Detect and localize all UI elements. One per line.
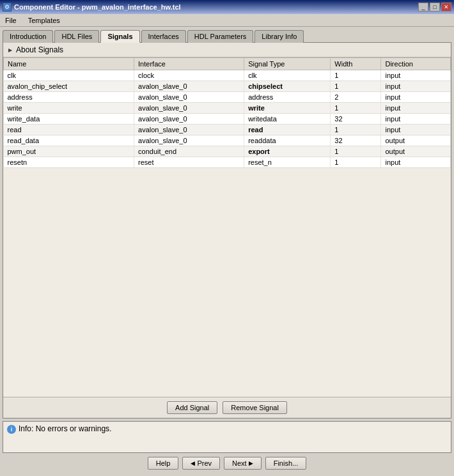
tab-hdl-files[interactable]: HDL Files — [54, 30, 99, 43]
tab-bar: Introduction HDL Files Signals Interface… — [3, 29, 451, 42]
info-bar: i Info: No errors or warnings. — [3, 421, 451, 453]
tab-library-info[interactable]: Library Info — [254, 30, 304, 43]
table-row[interactable]: avalon_chip_selectavalon_slave_0chipsele… — [4, 81, 451, 92]
about-signals-section[interactable]: ▶ About Signals — [3, 43, 451, 58]
app-icon: ⚙ — [3, 3, 12, 12]
about-signals-label: About Signals — [16, 45, 63, 54]
tab-hdl-parameters[interactable]: HDL Parameters — [187, 30, 254, 43]
tab-signals[interactable]: Signals — [100, 30, 139, 43]
main-container: Introduction HDL Files Signals Interface… — [0, 27, 454, 476]
content-panel: ▶ About Signals Name Interface Signal Ty… — [3, 42, 451, 418]
col-header-interface: Interface — [134, 58, 244, 70]
table-row[interactable]: writeavalon_slave_0write1input — [4, 103, 451, 114]
menu-bar: File Templates — [0, 14, 454, 27]
action-bar: Add Signal Remove Signal — [3, 397, 451, 418]
window-title: Component Editor - pwm_avalon_interface_… — [14, 3, 181, 11]
table-row[interactable]: clkclockclk1input — [4, 70, 451, 81]
table-row[interactable]: write_dataavalon_slave_0writedata32input — [4, 114, 451, 125]
menu-templates[interactable]: Templates — [26, 15, 63, 26]
table-row[interactable]: read_dataavalon_slave_0readdata32output — [4, 135, 451, 146]
next-button[interactable]: Next ▶ — [224, 457, 262, 470]
table-row[interactable]: readavalon_slave_0read1input — [4, 125, 451, 135]
col-header-direction: Direction — [381, 58, 451, 70]
next-arrow-icon: ▶ — [249, 460, 253, 466]
table-row[interactable]: pwm_outconduit_endexport1output — [4, 146, 451, 157]
finish-button[interactable]: Finish... — [265, 457, 307, 470]
table-row[interactable]: addressavalon_slave_0address2input — [4, 92, 451, 103]
signals-table: Name Interface Signal Type Width Directi… — [3, 58, 451, 168]
col-header-name: Name — [4, 58, 134, 70]
remove-signal-button[interactable]: Remove Signal — [223, 401, 287, 414]
nav-bar: Help ◀ Prev Next ▶ Finish... — [3, 453, 451, 473]
col-header-width: Width — [331, 58, 381, 70]
prev-label: Prev — [197, 459, 212, 467]
info-message: Info: No errors or warnings. — [19, 424, 111, 433]
close-button[interactable]: ✕ — [441, 3, 451, 12]
next-label: Next — [232, 459, 247, 467]
tab-introduction[interactable]: Introduction — [3, 30, 53, 43]
collapse-arrow-icon: ▶ — [7, 47, 13, 53]
info-icon: i — [7, 425, 16, 434]
prev-button[interactable]: ◀ Prev — [182, 457, 220, 470]
col-header-signal-type: Signal Type — [244, 58, 331, 70]
title-bar: ⚙ Component Editor - pwm_avalon_interfac… — [0, 0, 454, 14]
prev-arrow-icon: ◀ — [191, 460, 195, 466]
table-row[interactable]: resetnresetreset_n1input — [4, 157, 451, 168]
menu-file[interactable]: File — [3, 15, 19, 26]
window-controls: _ □ ✕ — [418, 3, 451, 12]
signals-table-container: Name Interface Signal Type Width Directi… — [3, 58, 451, 397]
tab-interfaces[interactable]: Interfaces — [141, 30, 186, 43]
help-button[interactable]: Help — [148, 457, 179, 470]
minimize-button[interactable]: _ — [418, 3, 428, 12]
add-signal-button[interactable]: Add Signal — [167, 401, 217, 414]
maximize-button[interactable]: □ — [430, 3, 440, 12]
